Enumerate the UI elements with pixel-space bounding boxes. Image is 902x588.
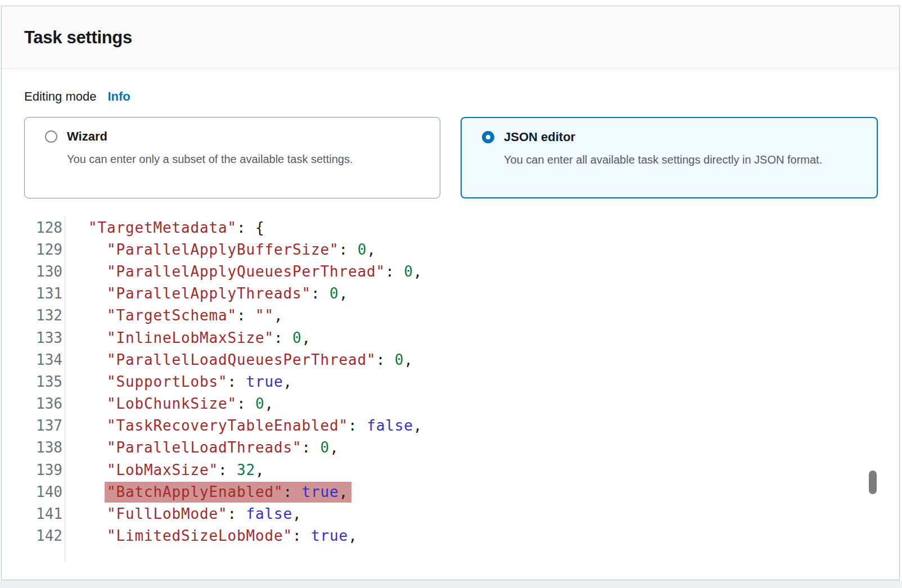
scrollbar-thumb[interactable]: [869, 471, 877, 494]
json-editor-option-description: You can enter all available task setting…: [504, 151, 841, 169]
line-number: 134: [2, 351, 62, 368]
code-line: 140 "BatchApplyEnabled": true,: [2, 481, 877, 503]
code-line: 141 "FullLobMode": false,: [2, 503, 877, 524]
highlighted-range: "BatchApplyEnabled": true,: [105, 482, 351, 503]
page-background-strip: [0, 581, 902, 588]
page-title: Task settings: [24, 28, 132, 48]
wizard-option-description: You can enter only a subset of the avail…: [67, 150, 404, 168]
code-lines: 128 "TargetMetadata": {129 "ParallelAppl…: [2, 216, 877, 547]
wizard-radio[interactable]: [45, 130, 57, 143]
wizard-option-card[interactable]: Wizard You can enter only a subset of th…: [24, 117, 440, 198]
code-line: 138 "ParallelLoadThreads": 0,: [2, 437, 877, 459]
code-line: 129 "ParallelApplyBufferSize": 0,: [2, 238, 877, 260]
line-number: 140: [2, 483, 62, 500]
code-line: 133 "InlineLobMaxSize": 0,: [2, 327, 877, 349]
line-number: 137: [2, 417, 62, 434]
info-link[interactable]: Info: [107, 89, 130, 104]
page: Task settings Editing mode Info Wizard Y…: [0, 0, 902, 588]
line-number: 136: [2, 395, 62, 412]
code-line: 131 "ParallelApplyThreads": 0,: [2, 283, 877, 305]
wizard-card-content: Wizard You can enter only a subset of th…: [25, 117, 440, 168]
editing-mode-row: Editing mode Info: [24, 89, 130, 104]
code-line: 134 "ParallelLoadQueuesPerThread": 0,: [2, 349, 877, 370]
editing-mode-label: Editing mode: [24, 89, 96, 104]
line-number: 133: [2, 329, 62, 346]
line-number: 135: [2, 373, 62, 390]
line-number: 141: [2, 505, 62, 522]
code-line: 132 "TargetSchema": "",: [2, 305, 877, 327]
line-number: 128: [2, 219, 62, 236]
task-settings-panel: Task settings Editing mode Info Wizard Y…: [1, 6, 900, 580]
json-editor-radio[interactable]: [482, 131, 494, 143]
line-number: 132: [2, 307, 62, 324]
code-line: 130 "ParallelApplyQueuesPerThread": 0,: [2, 260, 877, 282]
line-number: 138: [2, 439, 62, 456]
code-line: 142 "LimitedSizeLobMode": true,: [2, 525, 877, 547]
panel-header: Task settings: [2, 6, 899, 69]
code-line: 136 "LobChunkSize": 0,: [2, 393, 877, 415]
json-editor-option-label: JSON editor: [504, 129, 863, 145]
code-line: 137 "TaskRecoveryTableEnabled": false,: [2, 415, 877, 437]
json-editor-option-card[interactable]: JSON editor You can enter all available …: [461, 117, 878, 198]
code-line: 139 "LobMaxSize": 32,: [2, 459, 877, 481]
code-line: 128 "TargetMetadata": {: [2, 216, 877, 238]
line-number: 139: [2, 462, 62, 478]
line-number: 142: [2, 527, 62, 544]
line-number: 129: [2, 241, 62, 258]
code-editor[interactable]: 128 "TargetMetadata": {129 "ParallelAppl…: [2, 216, 877, 547]
wizard-option-label: Wizard: [67, 129, 426, 144]
code-line: 135 "SupportLobs": true,: [2, 370, 877, 392]
json-card-content: JSON editor You can enter all available …: [462, 118, 877, 169]
line-number: 131: [2, 285, 62, 302]
line-number: 130: [2, 263, 62, 280]
